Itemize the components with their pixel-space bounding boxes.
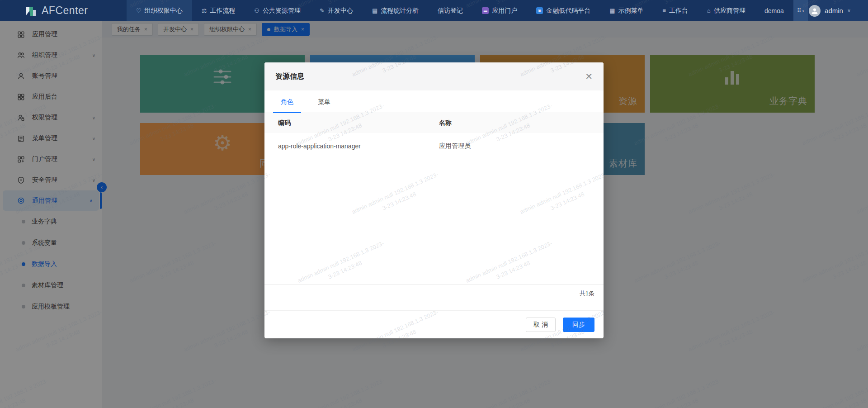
grid-dots-icon: ⠿: [797, 7, 802, 14]
afcenter-logo-icon: [24, 5, 37, 17]
nav-overflow-button[interactable]: ⠿ ›: [793, 0, 808, 21]
app-title: AFCenter: [42, 5, 88, 17]
nav-item-org-auth-center[interactable]: ♡ 组织权限中心: [127, 0, 192, 21]
workflow-icon: ⚖: [202, 7, 207, 14]
fin-lowcode-icon: ▣: [536, 7, 543, 14]
table-header: 编码 名称: [264, 113, 604, 133]
dev-center-icon: ✎: [320, 7, 325, 14]
app-logo[interactable]: AFCenter: [0, 5, 127, 17]
nav-item-dev-center[interactable]: ✎ 开发中心: [310, 0, 363, 21]
modal-tab-role[interactable]: 角色: [273, 98, 301, 113]
cancel-button[interactable]: 取 消: [526, 318, 556, 332]
nav-item-public-resources[interactable]: ⚇ 公共资源管理: [245, 0, 310, 21]
nav-item-workbench[interactable]: ≡ 工作台: [653, 0, 698, 21]
cell-code: app-role-application-manager: [264, 142, 439, 150]
user-name: admin: [825, 7, 843, 14]
workbench-icon: ≡: [662, 7, 666, 14]
nav-item-petition-register[interactable]: 信访登记: [428, 0, 472, 21]
navbar-menu: ♡ 组织权限中心 ⚖ 工作流程 ⚇ 公共资源管理 ✎ 开发中心 ▤ 流程统计分析…: [127, 0, 793, 21]
chevron-down-icon: ∨: [847, 8, 851, 14]
process-analysis-icon: ▤: [372, 7, 377, 14]
supplier-icon: ⌂: [707, 7, 711, 14]
chevron-right-icon: ›: [802, 7, 804, 14]
pagination-total: 共1条: [264, 285, 604, 310]
nav-item-app-portal[interactable]: ▬ 应用门户: [472, 0, 527, 21]
avatar: [809, 5, 821, 17]
public-resources-icon: ⚇: [254, 7, 259, 14]
nav-item-workflow[interactable]: ⚖ 工作流程: [192, 0, 245, 21]
sync-button[interactable]: 同步: [563, 318, 594, 332]
top-navbar: AFCenter ♡ 组织权限中心 ⚖ 工作流程 ⚇ 公共资源管理 ✎ 开发中心…: [0, 0, 868, 21]
modal-header: 资源信息 ✕: [264, 62, 604, 90]
modal-footer: 取 消 同步: [264, 310, 604, 338]
resource-info-modal: 资源信息 ✕ 角色 菜单 编码 名称 app-role-application-…: [264, 62, 604, 338]
nav-item-sample-menu[interactable]: ▦ 示例菜单: [600, 0, 653, 21]
modal-title: 资源信息: [275, 72, 585, 81]
close-icon[interactable]: ✕: [585, 72, 593, 81]
org-auth-center-icon: ♡: [136, 7, 142, 14]
modal-tab-menu[interactable]: 菜单: [310, 98, 338, 113]
sample-menu-icon: ▦: [609, 7, 615, 14]
app-portal-icon: ▬: [482, 7, 489, 14]
nav-item-supplier[interactable]: ⌂ 供应商管理: [698, 0, 755, 21]
nav-item-process-analysis[interactable]: ▤ 流程统计分析: [363, 0, 428, 21]
nav-item-fin-lowcode[interactable]: ▣ 金融低代码平台: [527, 0, 600, 21]
modal-tabs: 角色 菜单: [264, 90, 604, 113]
nav-item-demoa[interactable]: demoa: [755, 0, 793, 21]
table-empty-space: [264, 159, 604, 285]
user-menu[interactable]: admin ∨: [808, 0, 868, 21]
cell-name: 应用管理员: [439, 142, 604, 150]
column-header-code: 编码: [264, 119, 439, 127]
table-row[interactable]: app-role-application-manager 应用管理员: [264, 133, 604, 159]
column-header-name: 名称: [439, 119, 604, 127]
